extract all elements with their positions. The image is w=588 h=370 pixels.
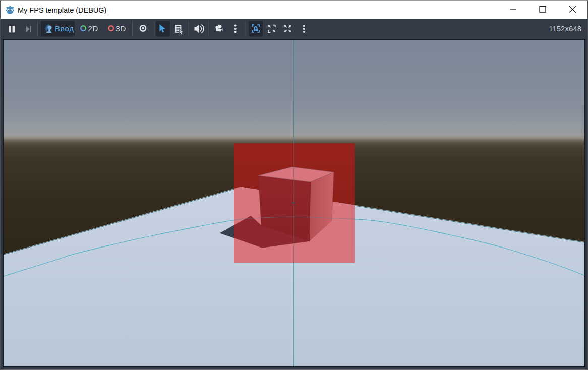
svg-text:My FPS template (DEBUG): My FPS template (DEBUG): [18, 6, 106, 14]
svg-text:Ввод: Ввод: [55, 24, 74, 33]
svg-text:2D: 2D: [88, 24, 99, 33]
svg-text:3D: 3D: [116, 24, 127, 33]
svg-text:1152x648: 1152x648: [549, 24, 581, 33]
